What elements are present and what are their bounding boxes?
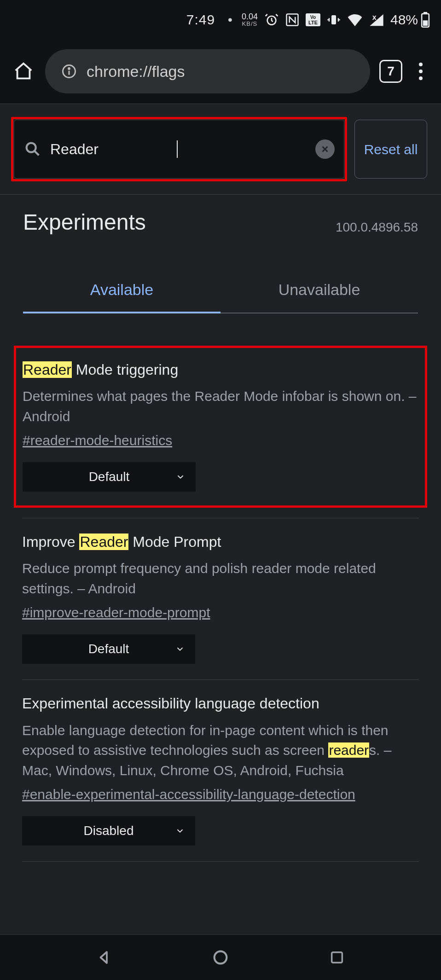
close-icon bbox=[320, 144, 330, 154]
search-match-highlight: reader bbox=[328, 742, 369, 758]
search-input[interactable]: Reader bbox=[50, 141, 171, 158]
tab-unavailable-label: Unavailable bbox=[279, 281, 360, 298]
flag-select-value: Disabled bbox=[84, 823, 134, 838]
flag-select-value: Default bbox=[89, 470, 130, 484]
clear-search-button[interactable] bbox=[315, 139, 335, 159]
flag-title-before: Improve bbox=[22, 533, 79, 550]
browser-toolbar: chrome://flags 7 bbox=[0, 39, 441, 104]
flag-card-improve-reader-mode-prompt: Improve Reader Mode Prompt Reduce prompt… bbox=[22, 518, 419, 680]
home-button[interactable] bbox=[11, 59, 36, 84]
kebab-dot-icon bbox=[419, 63, 423, 66]
battery-percent: 48% bbox=[390, 12, 418, 28]
flag-title-rest: Mode triggering bbox=[72, 361, 178, 378]
wifi-icon bbox=[347, 13, 363, 26]
flag-description: Determines what pages the Reader Mode in… bbox=[23, 386, 418, 426]
reset-all-button[interactable]: Reset all bbox=[354, 120, 427, 179]
flag-permalink[interactable]: #improve-reader-mode-prompt bbox=[22, 605, 210, 620]
flags-search-box[interactable]: Reader bbox=[14, 120, 344, 179]
svg-text:Vo: Vo bbox=[310, 15, 316, 20]
svg-rect-9 bbox=[423, 20, 428, 26]
clock: 7:49 bbox=[186, 12, 215, 28]
flag-select[interactable]: Default bbox=[23, 462, 196, 492]
svg-point-13 bbox=[215, 951, 227, 964]
svg-text:x: x bbox=[372, 13, 377, 21]
system-navigation-bar bbox=[0, 934, 441, 980]
svg-rect-14 bbox=[331, 952, 342, 963]
back-triangle-icon bbox=[96, 949, 112, 966]
flag-description: Enable language detection for in-page co… bbox=[22, 720, 419, 781]
tab-count: 7 bbox=[387, 64, 395, 79]
flag-card-reader-mode-heuristics: Reader Mode triggering Determines what p… bbox=[14, 346, 427, 508]
chevron-down-icon bbox=[175, 644, 185, 654]
flag-permalink[interactable]: #enable-experimental-accessibility-langu… bbox=[22, 787, 355, 802]
version-text: 100.0.4896.58 bbox=[336, 220, 418, 235]
flags-list: Reader Mode triggering Determines what p… bbox=[0, 346, 441, 862]
svg-rect-5 bbox=[331, 15, 336, 24]
nfc-icon bbox=[285, 13, 299, 27]
svg-point-11 bbox=[69, 68, 70, 70]
home-nav-button[interactable] bbox=[210, 947, 231, 968]
volte-icon: VoLTE bbox=[306, 13, 320, 26]
flag-title: Experimental accessibility language dete… bbox=[22, 694, 419, 713]
address-bar[interactable]: chrome://flags bbox=[45, 49, 370, 93]
network-speed-indicator: 0.04 KB/S bbox=[242, 12, 258, 27]
tab-switcher-button[interactable]: 7 bbox=[379, 60, 402, 83]
flags-search-panel: Reader Reset all bbox=[0, 104, 441, 194]
flag-card-accessibility-language-detection: Experimental accessibility language dete… bbox=[22, 680, 419, 862]
chevron-down-icon bbox=[175, 826, 185, 836]
url-text: chrome://flags bbox=[87, 63, 185, 81]
search-match-highlight: Reader bbox=[79, 533, 128, 550]
experiments-header: Experiments 100.0.4896.58 bbox=[0, 195, 441, 239]
flag-title-after: Mode Prompt bbox=[128, 533, 221, 550]
flag-select-value: Default bbox=[88, 642, 129, 656]
search-match-highlight: Reader bbox=[23, 361, 72, 378]
network-speed-value: 0.04 bbox=[242, 12, 258, 21]
svg-text:LTE: LTE bbox=[308, 20, 318, 25]
recents-button[interactable] bbox=[327, 947, 347, 968]
info-icon bbox=[61, 63, 77, 80]
tab-available-label: Available bbox=[90, 281, 153, 298]
reset-all-label: Reset all bbox=[364, 140, 418, 158]
flag-select[interactable]: Disabled bbox=[22, 816, 195, 846]
flag-description: Reduce prompt frequency and polish reade… bbox=[22, 558, 419, 598]
square-icon bbox=[329, 950, 345, 965]
network-speed-unit: KB/S bbox=[242, 21, 258, 27]
alarm-icon bbox=[264, 12, 279, 27]
svg-point-12 bbox=[27, 143, 36, 152]
page-title: Experiments bbox=[23, 209, 146, 235]
kebab-dot-icon bbox=[419, 76, 423, 80]
home-icon bbox=[13, 61, 34, 82]
flags-tabs: Available Unavailable bbox=[0, 281, 441, 313]
vibrate-icon bbox=[327, 13, 341, 27]
circle-icon bbox=[211, 948, 230, 967]
chevron-down-icon bbox=[175, 472, 186, 482]
battery-indicator: 48% bbox=[390, 12, 430, 28]
kebab-dot-icon bbox=[419, 70, 423, 73]
battery-icon bbox=[421, 12, 430, 28]
flag-title: Reader Mode triggering bbox=[23, 360, 418, 380]
search-icon bbox=[23, 140, 42, 158]
flag-title: Improve Reader Mode Prompt bbox=[22, 532, 419, 552]
overflow-menu-button[interactable] bbox=[412, 63, 430, 80]
back-button[interactable] bbox=[94, 947, 114, 968]
flag-permalink[interactable]: #reader-mode-heuristics bbox=[23, 433, 172, 448]
status-separator-dot: • bbox=[228, 12, 232, 27]
text-cursor bbox=[177, 140, 178, 158]
cellular-signal-icon: x bbox=[369, 13, 384, 26]
tab-available[interactable]: Available bbox=[23, 281, 220, 313]
flag-select[interactable]: Default bbox=[22, 634, 195, 664]
status-bar: 7:49 • 0.04 KB/S VoLTE x 48% bbox=[0, 0, 441, 39]
tab-unavailable[interactable]: Unavailable bbox=[220, 281, 418, 313]
